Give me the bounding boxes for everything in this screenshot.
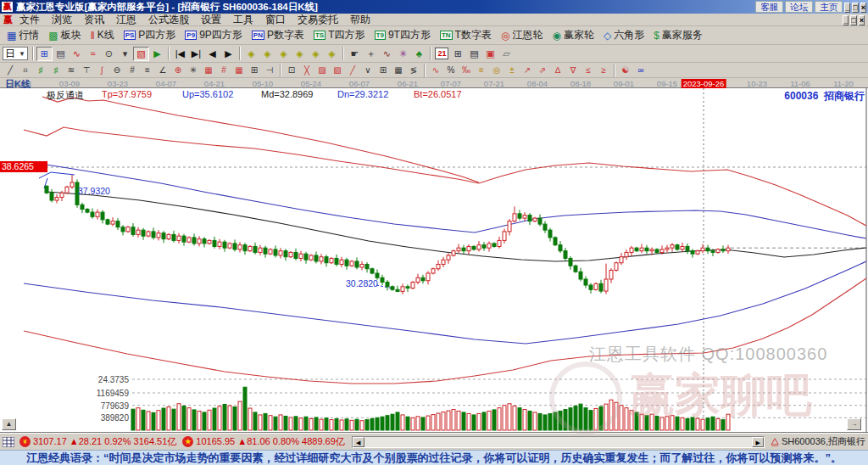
grid3-tool[interactable]: ⊞ [376, 64, 391, 76]
wave-lines-tool[interactable]: ≶ [406, 64, 421, 76]
check-tool[interactable]: ∨ [360, 64, 376, 76]
box-grid-tool[interactable]: ⊞ [247, 64, 262, 76]
note-icon[interactable]: ▤ [53, 47, 69, 61]
first-bar-button[interactable]: |◀ [172, 47, 188, 61]
scrollbar-right-arrow[interactable]: ▶ [752, 437, 764, 447]
t-table-button[interactable]: TNT数字表 [436, 28, 496, 43]
report-icon[interactable]: ▤ [466, 47, 482, 61]
circle-tool[interactable]: ⊖ [109, 64, 125, 76]
grid4-tool[interactable]: ▦ [391, 64, 406, 76]
web-icon[interactable]: ✳ [395, 47, 411, 61]
spider-icon[interactable]: ♣ [411, 47, 427, 61]
quick-link-主页[interactable]: 主页 [815, 1, 843, 13]
calculator-icon[interactable]: ⊞ [450, 47, 466, 61]
calendar-icon[interactable]: 21 [434, 47, 450, 61]
grid-tool[interactable]: ⌗ [18, 64, 33, 76]
diamond-expand-button[interactable]: ◈ [275, 47, 292, 61]
expand-pane-button[interactable]: ▲ [2, 418, 16, 430]
t-square-button[interactable]: TST四方形 [309, 28, 370, 43]
9t-square-button[interactable]: T99T四方形 [370, 28, 435, 43]
crosshair-icon[interactable]: ＋ [363, 47, 379, 61]
menu-item-窗口[interactable]: 窗口 [265, 13, 286, 27]
trendline-tool[interactable]: ╱ [3, 64, 18, 76]
horizontal-scrollbar[interactable]: ◀ ▶ [352, 436, 765, 448]
red-grid-tool[interactable]: ▦ [201, 64, 216, 76]
mdi-minimize-button[interactable]: _ [843, 15, 849, 25]
angle-ge-tool[interactable]: ≥ [596, 64, 611, 76]
red-hash-tool[interactable]: # [216, 64, 231, 76]
sh-index-icon[interactable]: ¥ [19, 436, 31, 447]
truck-icon[interactable]: ▱ [498, 47, 515, 61]
marker-icon[interactable]: ⊙ [101, 47, 117, 61]
scurve-tool[interactable]: ∫ [94, 64, 109, 76]
menu-item-文件[interactable]: 文件 [19, 13, 40, 27]
menu-item-资讯[interactable]: 资讯 [84, 13, 104, 27]
hexagon-button[interactable]: ◇六角形 [599, 28, 648, 43]
diamond-down-button[interactable]: ◈ [324, 47, 340, 61]
hash-tool[interactable]: # [125, 64, 140, 76]
gann-grid2-tool[interactable]: ♯ [48, 64, 64, 76]
menu-item-江恩[interactable]: 江恩 [116, 13, 136, 27]
diamond-left-button[interactable]: ◈ [243, 47, 259, 61]
sz-index-quote[interactable]: 10165.95 ▲81.06 0.80% 4889.69亿 [196, 435, 344, 448]
tsquare-tool[interactable]: ⊤ [79, 64, 94, 76]
zigzag-icon[interactable]: ∿ [379, 47, 395, 61]
triangle-down-tool[interactable]: ∇ [565, 64, 581, 76]
pencil-tool[interactable]: ╱ [345, 64, 360, 76]
menu-item-设置[interactable]: 设置 [201, 13, 221, 27]
diamond-shrink-button[interactable]: ◈ [292, 47, 308, 61]
menu-item-帮助[interactable]: 帮助 [350, 13, 370, 27]
triangle-tool[interactable]: ∆ [550, 64, 565, 76]
angle-le-tool[interactable]: ≤ [581, 64, 596, 76]
percent-wave-tool[interactable]: ∿ [428, 64, 443, 76]
sh-index-quote[interactable]: 3107.17 ▲28.21 0.92% 3164.51亿 [33, 435, 176, 448]
mdi-restore-button[interactable]: □ [850, 15, 856, 25]
menu-item-工具[interactable]: 工具 [233, 13, 253, 27]
kline-style-icon[interactable]: ▧ [133, 47, 149, 61]
percent-tool[interactable]: % [443, 64, 459, 76]
window-close-button[interactable]: × [860, 3, 866, 13]
winner-wheel-button[interactable]: ◉赢家轮 [548, 28, 598, 43]
fan-tool[interactable]: ╳ [299, 64, 314, 76]
window-restore-button[interactable]: □ [852, 3, 858, 13]
winner-service-button[interactable]: $赢家服务 [649, 28, 707, 43]
shade-tool[interactable]: ▨ [314, 64, 330, 76]
angle-tool[interactable]: ∠ [155, 64, 170, 76]
grid-icon[interactable] [3, 437, 14, 447]
menu-item-浏览[interactable]: 浏览 [52, 13, 72, 27]
save-icon[interactable]: ▣ [482, 47, 498, 61]
sz-index-icon[interactable]: ★ [182, 436, 193, 447]
gann-wheel-button[interactable]: ◎江恩轮 [497, 28, 547, 43]
shade2-tool[interactable]: ▧ [330, 64, 345, 76]
scrollbar-left-arrow[interactable]: ◀ [353, 437, 364, 447]
play-icon[interactable]: ▶ [149, 47, 165, 61]
wave2-icon[interactable]: ≈ [85, 47, 101, 61]
infinity-icon[interactable]: ∞ [633, 64, 648, 76]
prev-bar-button[interactable]: ◀ [204, 47, 220, 61]
mdi-close-button[interactable]: × [859, 15, 865, 25]
wave1-icon[interactable]: ∿ [69, 47, 85, 61]
diamond-right-button[interactable]: ◈ [259, 47, 275, 61]
circle-cross-tool[interactable]: ⊕ [170, 64, 186, 76]
tee-tool[interactable]: ⊣ [262, 64, 277, 76]
gold-lines-tool[interactable]: ≡ [474, 64, 489, 76]
star-tool[interactable]: ✳ [186, 64, 201, 76]
window-minimize-button[interactable]: _ [844, 3, 850, 13]
permille-tool[interactable]: ‰ [459, 64, 474, 76]
hand-tool-icon[interactable]: ☛ [347, 47, 363, 61]
arrow-up2-tool[interactable]: ⇗ [535, 64, 550, 76]
gann-grid-tool[interactable]: ♯ [33, 64, 48, 76]
scroll-right-button[interactable]: → [847, 418, 861, 430]
lines-tool[interactable]: ≡ [140, 64, 155, 76]
period-combo[interactable]: 日▼ [3, 47, 28, 60]
arrow-up-tool[interactable]: ↗ [520, 64, 535, 76]
quote-button[interactable]: ▦行情 [3, 28, 43, 43]
last-bar-button[interactable]: ▶| [188, 47, 204, 61]
taiji-icon[interactable]: ☯ [618, 64, 633, 76]
red-grid2-tool[interactable]: ▦ [231, 64, 247, 76]
gold-ratio-tool[interactable]: ± [504, 64, 520, 76]
next-bar-button[interactable]: ▶ [220, 47, 236, 61]
p-table-button[interactable]: PNP数字表 [248, 28, 309, 43]
channel-tool[interactable]: ≋ [64, 64, 79, 76]
quick-link-客服[interactable]: 客服 [755, 1, 783, 13]
